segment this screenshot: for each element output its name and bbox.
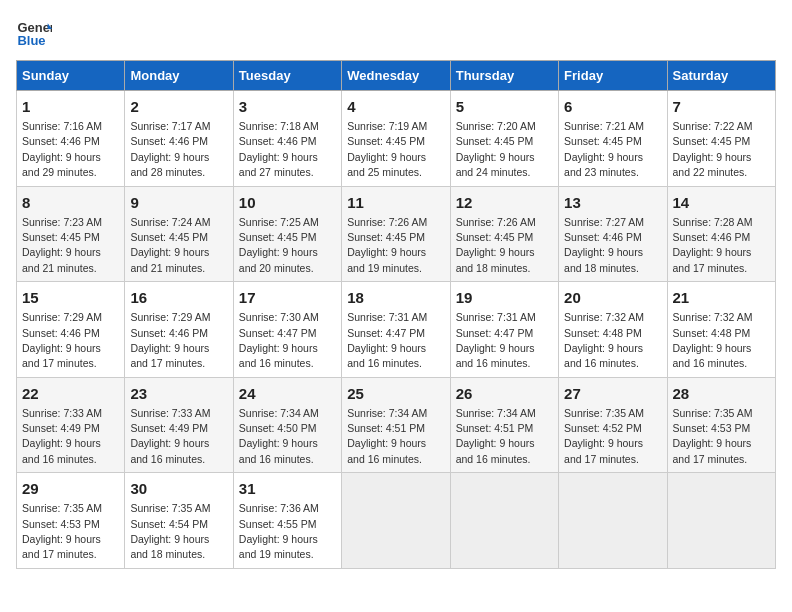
day-info: Sunrise: 7:23 AM Sunset: 4:45 PM Dayligh…	[22, 216, 102, 274]
col-header-wednesday: Wednesday	[342, 61, 450, 91]
day-number: 30	[130, 478, 227, 499]
week-row-3: 15Sunrise: 7:29 AM Sunset: 4:46 PM Dayli…	[17, 282, 776, 378]
day-number: 5	[456, 96, 553, 117]
day-info: Sunrise: 7:31 AM Sunset: 4:47 PM Dayligh…	[347, 311, 427, 369]
day-number: 16	[130, 287, 227, 308]
day-cell: 12Sunrise: 7:26 AM Sunset: 4:45 PM Dayli…	[450, 186, 558, 282]
day-cell: 27Sunrise: 7:35 AM Sunset: 4:52 PM Dayli…	[559, 377, 667, 473]
day-number: 10	[239, 192, 336, 213]
day-number: 18	[347, 287, 444, 308]
day-number: 13	[564, 192, 661, 213]
day-number: 3	[239, 96, 336, 117]
col-header-monday: Monday	[125, 61, 233, 91]
day-cell: 11Sunrise: 7:26 AM Sunset: 4:45 PM Dayli…	[342, 186, 450, 282]
day-cell: 17Sunrise: 7:30 AM Sunset: 4:47 PM Dayli…	[233, 282, 341, 378]
col-header-sunday: Sunday	[17, 61, 125, 91]
day-number: 20	[564, 287, 661, 308]
day-cell: 8Sunrise: 7:23 AM Sunset: 4:45 PM Daylig…	[17, 186, 125, 282]
day-number: 27	[564, 383, 661, 404]
day-number: 19	[456, 287, 553, 308]
week-row-2: 8Sunrise: 7:23 AM Sunset: 4:45 PM Daylig…	[17, 186, 776, 282]
day-number: 7	[673, 96, 770, 117]
day-info: Sunrise: 7:21 AM Sunset: 4:45 PM Dayligh…	[564, 120, 644, 178]
logo: General Blue	[16, 16, 52, 52]
day-info: Sunrise: 7:34 AM Sunset: 4:51 PM Dayligh…	[347, 407, 427, 465]
day-cell: 23Sunrise: 7:33 AM Sunset: 4:49 PM Dayli…	[125, 377, 233, 473]
calendar-table: SundayMondayTuesdayWednesdayThursdayFrid…	[16, 60, 776, 569]
day-info: Sunrise: 7:30 AM Sunset: 4:47 PM Dayligh…	[239, 311, 319, 369]
day-cell: 5Sunrise: 7:20 AM Sunset: 4:45 PM Daylig…	[450, 91, 558, 187]
week-row-5: 29Sunrise: 7:35 AM Sunset: 4:53 PM Dayli…	[17, 473, 776, 569]
day-info: Sunrise: 7:27 AM Sunset: 4:46 PM Dayligh…	[564, 216, 644, 274]
day-number: 12	[456, 192, 553, 213]
day-cell: 7Sunrise: 7:22 AM Sunset: 4:45 PM Daylig…	[667, 91, 775, 187]
logo-icon: General Blue	[16, 16, 52, 52]
day-cell: 28Sunrise: 7:35 AM Sunset: 4:53 PM Dayli…	[667, 377, 775, 473]
day-number: 28	[673, 383, 770, 404]
day-cell: 22Sunrise: 7:33 AM Sunset: 4:49 PM Dayli…	[17, 377, 125, 473]
day-number: 9	[130, 192, 227, 213]
day-cell: 20Sunrise: 7:32 AM Sunset: 4:48 PM Dayli…	[559, 282, 667, 378]
day-cell: 6Sunrise: 7:21 AM Sunset: 4:45 PM Daylig…	[559, 91, 667, 187]
day-number: 17	[239, 287, 336, 308]
day-info: Sunrise: 7:35 AM Sunset: 4:52 PM Dayligh…	[564, 407, 644, 465]
day-info: Sunrise: 7:24 AM Sunset: 4:45 PM Dayligh…	[130, 216, 210, 274]
day-cell: 29Sunrise: 7:35 AM Sunset: 4:53 PM Dayli…	[17, 473, 125, 569]
day-info: Sunrise: 7:16 AM Sunset: 4:46 PM Dayligh…	[22, 120, 102, 178]
day-cell: 21Sunrise: 7:32 AM Sunset: 4:48 PM Dayli…	[667, 282, 775, 378]
day-cell	[450, 473, 558, 569]
day-number: 22	[22, 383, 119, 404]
day-number: 1	[22, 96, 119, 117]
day-info: Sunrise: 7:19 AM Sunset: 4:45 PM Dayligh…	[347, 120, 427, 178]
day-cell	[559, 473, 667, 569]
day-info: Sunrise: 7:32 AM Sunset: 4:48 PM Dayligh…	[673, 311, 753, 369]
day-info: Sunrise: 7:20 AM Sunset: 4:45 PM Dayligh…	[456, 120, 536, 178]
day-number: 21	[673, 287, 770, 308]
day-info: Sunrise: 7:35 AM Sunset: 4:53 PM Dayligh…	[22, 502, 102, 560]
week-row-4: 22Sunrise: 7:33 AM Sunset: 4:49 PM Dayli…	[17, 377, 776, 473]
day-info: Sunrise: 7:34 AM Sunset: 4:50 PM Dayligh…	[239, 407, 319, 465]
day-number: 31	[239, 478, 336, 499]
day-info: Sunrise: 7:25 AM Sunset: 4:45 PM Dayligh…	[239, 216, 319, 274]
col-header-thursday: Thursday	[450, 61, 558, 91]
day-cell	[667, 473, 775, 569]
day-cell: 31Sunrise: 7:36 AM Sunset: 4:55 PM Dayli…	[233, 473, 341, 569]
day-cell: 26Sunrise: 7:34 AM Sunset: 4:51 PM Dayli…	[450, 377, 558, 473]
day-number: 11	[347, 192, 444, 213]
day-number: 4	[347, 96, 444, 117]
day-cell: 19Sunrise: 7:31 AM Sunset: 4:47 PM Dayli…	[450, 282, 558, 378]
day-cell: 9Sunrise: 7:24 AM Sunset: 4:45 PM Daylig…	[125, 186, 233, 282]
day-number: 29	[22, 478, 119, 499]
day-cell: 13Sunrise: 7:27 AM Sunset: 4:46 PM Dayli…	[559, 186, 667, 282]
day-cell	[342, 473, 450, 569]
day-info: Sunrise: 7:17 AM Sunset: 4:46 PM Dayligh…	[130, 120, 210, 178]
day-info: Sunrise: 7:29 AM Sunset: 4:46 PM Dayligh…	[130, 311, 210, 369]
day-cell: 3Sunrise: 7:18 AM Sunset: 4:46 PM Daylig…	[233, 91, 341, 187]
day-info: Sunrise: 7:26 AM Sunset: 4:45 PM Dayligh…	[347, 216, 427, 274]
col-header-friday: Friday	[559, 61, 667, 91]
day-cell: 16Sunrise: 7:29 AM Sunset: 4:46 PM Dayli…	[125, 282, 233, 378]
day-number: 8	[22, 192, 119, 213]
day-cell: 15Sunrise: 7:29 AM Sunset: 4:46 PM Dayli…	[17, 282, 125, 378]
col-header-tuesday: Tuesday	[233, 61, 341, 91]
day-info: Sunrise: 7:35 AM Sunset: 4:54 PM Dayligh…	[130, 502, 210, 560]
day-cell: 10Sunrise: 7:25 AM Sunset: 4:45 PM Dayli…	[233, 186, 341, 282]
day-number: 15	[22, 287, 119, 308]
day-info: Sunrise: 7:33 AM Sunset: 4:49 PM Dayligh…	[22, 407, 102, 465]
day-info: Sunrise: 7:31 AM Sunset: 4:47 PM Dayligh…	[456, 311, 536, 369]
week-row-1: 1Sunrise: 7:16 AM Sunset: 4:46 PM Daylig…	[17, 91, 776, 187]
day-cell: 1Sunrise: 7:16 AM Sunset: 4:46 PM Daylig…	[17, 91, 125, 187]
day-info: Sunrise: 7:32 AM Sunset: 4:48 PM Dayligh…	[564, 311, 644, 369]
col-header-saturday: Saturday	[667, 61, 775, 91]
header: General Blue	[16, 16, 776, 52]
day-cell: 4Sunrise: 7:19 AM Sunset: 4:45 PM Daylig…	[342, 91, 450, 187]
day-cell: 25Sunrise: 7:34 AM Sunset: 4:51 PM Dayli…	[342, 377, 450, 473]
day-info: Sunrise: 7:26 AM Sunset: 4:45 PM Dayligh…	[456, 216, 536, 274]
day-info: Sunrise: 7:34 AM Sunset: 4:51 PM Dayligh…	[456, 407, 536, 465]
day-cell: 24Sunrise: 7:34 AM Sunset: 4:50 PM Dayli…	[233, 377, 341, 473]
day-number: 24	[239, 383, 336, 404]
day-number: 6	[564, 96, 661, 117]
day-cell: 18Sunrise: 7:31 AM Sunset: 4:47 PM Dayli…	[342, 282, 450, 378]
day-number: 14	[673, 192, 770, 213]
day-number: 25	[347, 383, 444, 404]
